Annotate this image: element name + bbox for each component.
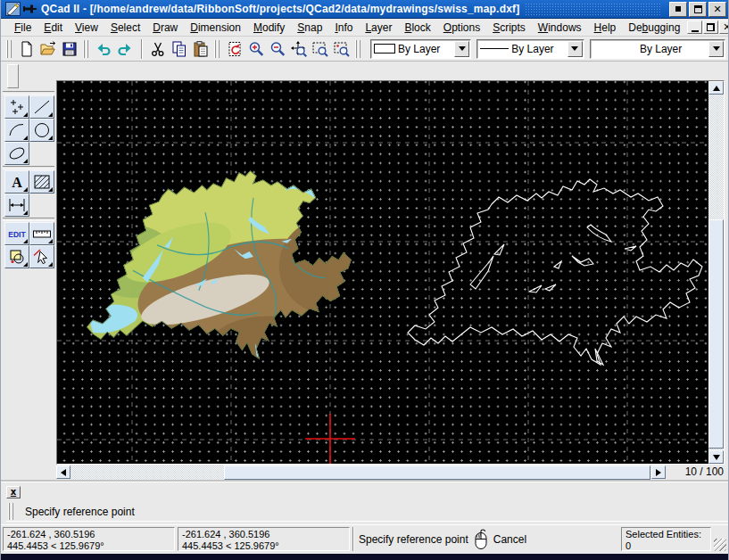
content-area: AEDIT <box>1 62 728 482</box>
toolbar-redraw-button[interactable] <box>224 38 245 60</box>
linewidth-dropdown[interactable]: By Layer <box>590 39 725 59</box>
menu-item-dimension[interactable]: Dimension <box>184 20 247 36</box>
chevron-down-icon[interactable] <box>567 41 583 57</box>
toolbar-grip[interactable] <box>83 40 90 58</box>
toolbar-cut-button[interactable] <box>147 38 169 60</box>
shade-button[interactable] <box>669 2 687 17</box>
toolbar-grip[interactable] <box>355 40 362 58</box>
cut-icon <box>149 40 167 58</box>
toolbar-grip[interactable] <box>6 40 13 58</box>
horizontal-scrollbar[interactable]: 10 / 100 <box>56 465 728 480</box>
palette-row <box>1 245 56 268</box>
palette-row: EDIT <box>1 222 56 245</box>
palette-row <box>1 194 56 217</box>
menu-item-options[interactable]: Options <box>437 20 486 36</box>
menu-item-help[interactable]: Help <box>588 20 623 36</box>
tool-dimension-button[interactable] <box>4 194 29 217</box>
palette-grip[interactable] <box>7 64 19 88</box>
scroll-down-button[interactable] <box>708 450 724 464</box>
scroll-up-button[interactable] <box>708 81 724 95</box>
main-toolbar: By Layer By Layer By Layer <box>1 37 728 62</box>
drawing-canvas[interactable] <box>57 81 708 464</box>
tool-arc-button[interactable] <box>4 119 29 142</box>
resize-grip[interactable] <box>714 539 726 551</box>
palette-empty-cell <box>29 142 54 165</box>
tool-measure-button[interactable] <box>29 222 54 245</box>
toolbar-paste-button[interactable] <box>190 38 211 60</box>
palette-empty-cell <box>29 194 54 217</box>
menu-item-snap[interactable]: Snap <box>291 20 328 36</box>
toolbar-new-button[interactable] <box>16 38 37 60</box>
new-icon <box>18 40 36 58</box>
horizontal-scroll-thumb[interactable] <box>224 465 650 480</box>
menu-item-modify[interactable]: Modify <box>247 20 291 36</box>
mdi-restore-button[interactable] <box>703 21 718 34</box>
menu-item-edit[interactable]: Edit <box>37 20 69 36</box>
scroll-left-button[interactable] <box>56 465 70 479</box>
menu-item-info[interactable]: Info <box>328 20 359 36</box>
minimize-icon <box>692 30 699 32</box>
menu-item-draw[interactable]: Draw <box>146 20 184 36</box>
tool-select-button[interactable] <box>29 245 54 268</box>
toolbar-zoom-auto-button[interactable] <box>288 38 310 60</box>
menu-item-windows[interactable]: Windows <box>532 20 588 36</box>
tool-points-button[interactable] <box>4 95 29 119</box>
titlebar-grab-area[interactable] <box>525 3 662 15</box>
toolbar-zoom-window-button[interactable] <box>310 38 331 60</box>
options-grip[interactable] <box>8 503 16 520</box>
titlebar[interactable]: QCad II - [/home/andrew/data/RibbonSoft/… <box>1 0 728 19</box>
menu-item-select[interactable]: Select <box>104 20 146 36</box>
vertical-scrollbar[interactable] <box>708 81 724 464</box>
palette-separator <box>3 91 54 95</box>
toolbar-open-button[interactable] <box>37 38 59 60</box>
vertical-scroll-trough[interactable] <box>708 95 724 450</box>
linetype-dropdown[interactable]: By Layer <box>476 39 584 59</box>
close-button[interactable]: ✕ <box>708 2 726 17</box>
toolbar-save-button[interactable] <box>59 38 80 60</box>
qcad-app-icon[interactable] <box>5 2 21 16</box>
sticky-pin-icon[interactable] <box>23 4 37 14</box>
maximize-icon <box>694 5 702 13</box>
tool-ellipse-button[interactable] <box>4 142 29 165</box>
toolbar-zoom-out-button[interactable] <box>267 38 288 60</box>
selected-entities-label: Selected Entities: <box>625 529 707 540</box>
toolbar-separator <box>141 39 142 59</box>
tool-line-button[interactable] <box>29 95 54 119</box>
mdi-minimize-button[interactable] <box>687 21 702 34</box>
tool-edit-button[interactable]: EDIT <box>4 222 29 245</box>
tool-text-button[interactable]: A <box>4 170 29 194</box>
toolbar-zoom-pan-button[interactable] <box>331 38 352 60</box>
options-close-button[interactable]: x <box>6 486 21 498</box>
menu-item-debugging[interactable]: Debugging <box>622 20 686 36</box>
text-icon: A <box>6 172 28 192</box>
vertical-scroll-thumb[interactable] <box>708 219 724 449</box>
tool-circle-button[interactable] <box>29 119 54 142</box>
palette-separator <box>3 218 54 221</box>
tool-block-edit-button[interactable] <box>4 245 29 268</box>
close-icon: ✕ <box>713 4 721 14</box>
statusbar: -261.624 , 360.5196 445.4453 < 125.9679°… <box>1 524 728 554</box>
svg-text:EDIT: EDIT <box>8 230 26 239</box>
menu-item-scripts[interactable]: Scripts <box>486 20 532 36</box>
menu-item-file[interactable]: File <box>8 20 37 36</box>
document-area: 10 / 100 <box>56 62 728 482</box>
toolbar-redo-button[interactable] <box>114 38 136 60</box>
toolbar-copy-button[interactable] <box>169 38 190 60</box>
scroll-right-button[interactable] <box>651 465 666 479</box>
menu-item-layer[interactable]: Layer <box>359 20 398 36</box>
palette-row: A <box>1 170 56 194</box>
select-icon <box>31 247 53 267</box>
toolbar-grip[interactable] <box>214 40 221 58</box>
arrow-right-icon <box>656 469 661 476</box>
maximize-button[interactable] <box>689 2 707 17</box>
toolbar-zoom-in-button[interactable] <box>245 38 267 60</box>
horizontal-scroll-trough[interactable] <box>70 465 651 480</box>
menu-item-block[interactable]: Block <box>398 20 436 36</box>
mdi-close-button[interactable]: ✕ <box>719 21 729 34</box>
toolbar-undo-button[interactable] <box>93 38 114 60</box>
menu-item-view[interactable]: View <box>69 20 104 36</box>
chevron-down-icon[interactable] <box>708 41 724 57</box>
color-dropdown[interactable]: By Layer <box>370 39 471 59</box>
tool-hatch-button[interactable] <box>29 170 54 194</box>
chevron-down-icon[interactable] <box>454 41 469 57</box>
